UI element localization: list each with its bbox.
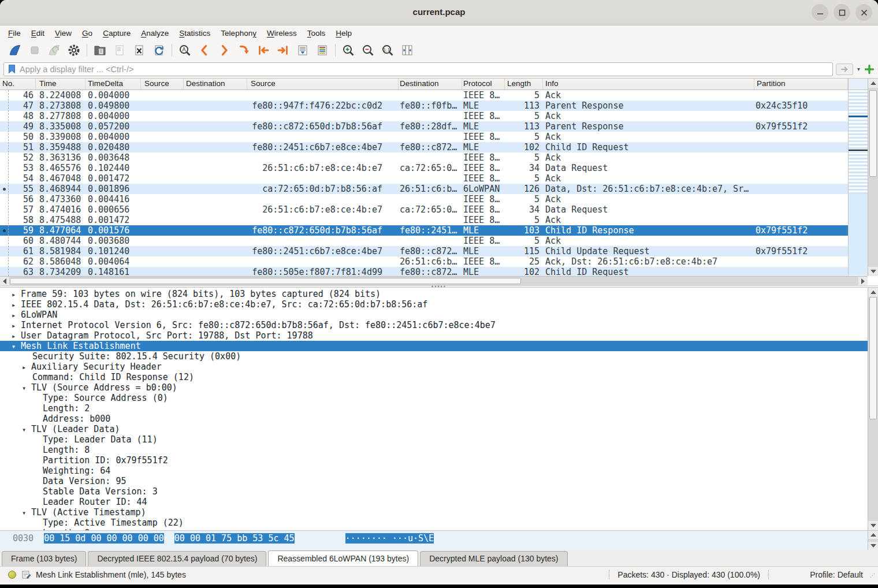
packet-row-61[interactable]: 618.5819840.101240fe80::2451:c6b7:e8ce:4… [0, 246, 848, 256]
packet-row-49[interactable]: 498.3350080.057200fe80::c872:650d:b7b8:5… [0, 121, 848, 132]
packet-row-59[interactable]: 598.4770640.001576fe80::c872:650d:b7b8:5… [0, 225, 848, 236]
packet-row-62[interactable]: 628.5860480.00406426:51:c6:b…IEEE 8…25Ac… [0, 256, 848, 267]
find-packet-button[interactable]: A [176, 42, 194, 59]
expanded-arrow-icon[interactable]: ▾ [12, 341, 21, 351]
resize-grip[interactable]: ⋰ [870, 572, 876, 578]
menu-file[interactable]: File [3, 27, 26, 39]
packet-row-50[interactable]: 508.3390080.004000IEEE 8…5Ack [0, 132, 848, 142]
detail-line[interactable]: ▾Mesh Link Establishment [0, 341, 868, 351]
restart-capture-button[interactable] [45, 42, 64, 59]
collapsed-arrow-icon[interactable]: ▸ [12, 321, 21, 330]
details-vscrollbar[interactable] [868, 288, 878, 530]
detail-line[interactable]: Weighting: 64 [0, 466, 868, 476]
add-filter-button-plus-icon[interactable] [864, 64, 875, 75]
column-header-destination[interactable]: Destination [184, 79, 247, 90]
menu-analyze[interactable]: Analyze [136, 27, 174, 39]
collapsed-arrow-icon[interactable]: ▸ [22, 362, 31, 372]
go-last-button[interactable] [274, 42, 292, 59]
status-profile[interactable]: Profile: Default ⋰ [777, 570, 878, 579]
detail-line[interactable]: Length: 8 [0, 445, 868, 455]
column-header-source[interactable]: Source [247, 79, 399, 90]
colorize-button[interactable] [313, 42, 332, 59]
packet-row-47[interactable]: 478.2738080.049800fe80::947f:f476:22bc:c… [0, 101, 848, 111]
column-header-source[interactable]: Source [141, 79, 184, 90]
expanded-arrow-icon[interactable]: ▾ [22, 425, 31, 434]
menu-view[interactable]: View [50, 27, 77, 39]
close-button[interactable] [855, 4, 872, 21]
column-header-info[interactable]: Info [543, 79, 754, 90]
scroll-left-arrow[interactable] [0, 277, 9, 285]
detail-line[interactable]: ▾TLV (Active Timestamp) [0, 507, 868, 518]
detail-line[interactable]: Data Version: 95 [0, 476, 868, 486]
detail-line[interactable]: Address: b000 [0, 414, 868, 424]
detail-line[interactable]: ▸Internet Protocol Version 6, Src: fe80:… [0, 320, 868, 330]
scroll-right-arrow[interactable] [858, 277, 868, 285]
detail-line[interactable]: Command: Child ID Response (12) [0, 372, 868, 382]
column-header-partition[interactable]: Partition [754, 79, 848, 90]
packet-row-57[interactable]: 578.4740160.00065626:51:c6:b7:e8:ce:4b:e… [0, 204, 848, 215]
column-header-timedelta[interactable]: TimeDelta [85, 79, 141, 90]
packet-row-53[interactable]: 538.4655760.10244026:51:c6:b7:e8:ce:4b:e… [0, 163, 848, 173]
byte-view-tab[interactable]: Decrypted IEEE 802.15.4 payload (70 byte… [88, 551, 266, 566]
detail-line[interactable]: Security Suite: 802.15.4 Security (0x00) [0, 351, 868, 362]
maximize-button[interactable] [834, 4, 850, 21]
apply-filter-button[interactable] [836, 64, 853, 75]
reload-file-button[interactable] [150, 42, 168, 59]
auto-scroll-button[interactable] [293, 42, 312, 59]
packet-row-51[interactable]: 518.3594880.020480fe80::2451:c6b7:e8ce:4… [0, 142, 848, 152]
detail-line[interactable]: Type: Active Timestamp (22) [0, 518, 868, 528]
detail-line[interactable]: Length: 2 [0, 403, 868, 414]
byte-view-tab[interactable]: Decrypted MLE payload (130 bytes) [420, 551, 567, 566]
scroll-thumb[interactable] [869, 297, 877, 419]
go-to-packet-button[interactable] [235, 42, 253, 59]
filter-dropdown-caret[interactable]: ▾ [856, 66, 861, 72]
go-back-button[interactable] [195, 42, 214, 59]
packet-list-vscrollbar[interactable] [868, 79, 878, 276]
zoom-out-button[interactable] [359, 42, 377, 59]
detail-line[interactable]: ▾TLV (Source Address = b0:00) [0, 382, 868, 393]
resize-columns-button[interactable] [398, 42, 416, 59]
display-filter-input[interactable]: Apply a display filter ... <Ctrl-/> [3, 62, 833, 76]
menu-statistics[interactable]: Statistics [174, 27, 215, 39]
menu-edit[interactable]: Edit [26, 27, 50, 39]
detail-line[interactable]: Partition ID: 0x79f551f2 [0, 455, 868, 466]
scroll-up-arrow[interactable] [868, 531, 878, 539]
capture-comment-icon[interactable] [21, 570, 31, 579]
scroll-down-arrow[interactable] [868, 267, 878, 276]
detail-line[interactable]: Type: Source Address (0) [0, 393, 868, 403]
scroll-up-arrow[interactable] [868, 288, 878, 297]
expanded-arrow-icon[interactable]: ▾ [22, 508, 31, 518]
column-header-length[interactable]: Length [505, 79, 543, 90]
menu-help[interactable]: Help [330, 27, 357, 39]
column-header-destination[interactable]: Destination [399, 79, 462, 90]
scroll-thumb[interactable] [869, 90, 877, 177]
byte-view-tab[interactable]: Frame (103 bytes) [2, 551, 86, 566]
detail-line[interactable]: Leader Router ID: 44 [0, 497, 868, 507]
column-header-time[interactable]: Time [36, 79, 85, 90]
scroll-down-arrow[interactable] [868, 521, 878, 530]
menu-tools[interactable]: Tools [302, 27, 331, 39]
titlebar[interactable]: current.pcap [0, 0, 878, 25]
detail-line[interactable]: ▸6LoWPAN [0, 310, 868, 320]
collapsed-arrow-icon[interactable]: ▸ [12, 331, 21, 341]
open-file-button[interactable] [91, 42, 109, 59]
go-forward-button[interactable] [215, 42, 233, 59]
detail-line[interactable]: Type: Leader Data (11) [0, 434, 868, 445]
packet-row-63[interactable]: 638.7342090.148161fe80::505e:f807:7f81:4… [0, 267, 848, 276]
packet-row-56[interactable]: 568.4733600.004416IEEE 8…5Ack [0, 194, 848, 204]
detail-line[interactable]: ▸Frame 59: 103 bytes on wire (824 bits),… [0, 289, 868, 299]
save-file-button[interactable] [110, 42, 129, 59]
expert-info-icon[interactable] [8, 571, 16, 579]
start-capture-button[interactable] [6, 42, 24, 59]
detail-line[interactable]: ▸User Datagram Protocol, Src Port: 19788… [0, 330, 868, 341]
detail-line[interactable]: ▸IEEE 802.15.4 Data, Dst: 26:51:c6:b7:e8… [0, 299, 868, 310]
detail-line[interactable]: ▸Auxiliary Security Header [0, 362, 868, 372]
hex-vscrollbar[interactable] [868, 531, 878, 550]
packet-row-58[interactable]: 588.4754880.001472IEEE 8…5Ack [0, 215, 848, 225]
packet-row-52[interactable]: 528.3631360.003648IEEE 8…5Ack [0, 152, 848, 163]
collapsed-arrow-icon[interactable]: ▸ [12, 300, 21, 310]
packet-row-48[interactable]: 488.2778080.004000IEEE 8…5Ack [0, 111, 848, 121]
column-header-no[interactable]: No. [0, 79, 36, 90]
go-first-button[interactable] [254, 42, 273, 59]
packet-row-46[interactable]: 468.2240080.004000IEEE 8…5Ack [0, 90, 848, 101]
